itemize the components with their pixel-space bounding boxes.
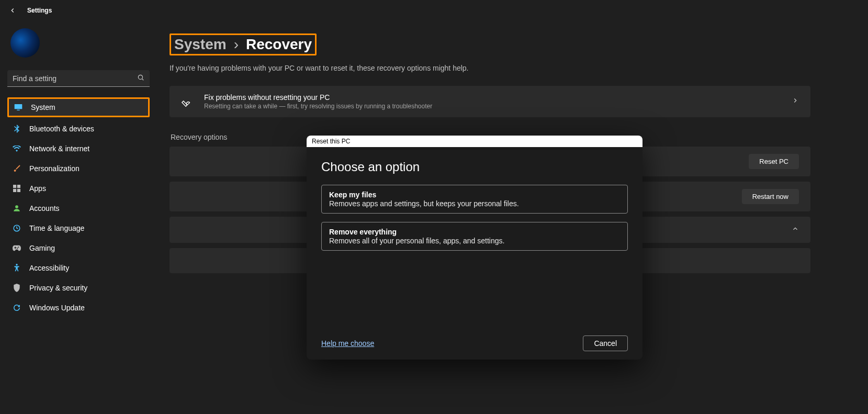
- svg-point-0: [138, 75, 142, 79]
- sidebar-item-label: Apps: [29, 184, 144, 193]
- sidebar-item-personalization[interactable]: Personalization: [7, 160, 150, 177]
- svg-point-9: [16, 264, 17, 265]
- dialog-titlebar: Reset this PC: [307, 136, 642, 147]
- svg-rect-1: [15, 104, 22, 109]
- update-icon: [13, 304, 21, 312]
- option-title: Remove everything: [329, 228, 620, 236]
- sidebar-item-label: Personalization: [29, 164, 144, 173]
- sidebar-item-label: System: [31, 103, 143, 111]
- troubleshoot-card[interactable]: Fix problems without resetting your PC R…: [170, 86, 810, 117]
- sidebar-item-label: Windows Update: [29, 304, 144, 312]
- clock-icon: [13, 224, 21, 232]
- sidebar-item-gaming[interactable]: Gaming: [7, 240, 150, 256]
- svg-rect-6: [17, 189, 20, 192]
- chevron-right-icon: ›: [234, 36, 239, 53]
- option-desc: Removes apps and settings, but keeps you…: [329, 199, 620, 208]
- svg-rect-2: [17, 110, 19, 110]
- shield-icon: [13, 284, 21, 292]
- accessibility-icon: [13, 264, 21, 272]
- sidebar-item-apps[interactable]: Apps: [7, 180, 150, 197]
- sidebar-item-label: Privacy & security: [29, 284, 144, 292]
- sidebar: System Bluetooth & devices Network & int…: [0, 21, 157, 414]
- sidebar-item-accounts[interactable]: Accounts: [7, 200, 150, 217]
- bluetooth-icon: [13, 125, 21, 133]
- reset-icon: [181, 156, 193, 167]
- display-icon: [14, 103, 22, 111]
- restart-now-button[interactable]: Restart now: [742, 189, 799, 204]
- breadcrumb: System › Recovery: [170, 33, 317, 55]
- breadcrumb-current: Recovery: [246, 36, 312, 53]
- card-desc: Resetting can take a while — first, try …: [204, 103, 780, 110]
- paintbrush-icon: [13, 164, 21, 173]
- sidebar-item-accessibility[interactable]: Accessibility: [7, 260, 150, 276]
- svg-rect-4: [17, 185, 20, 188]
- gamepad-icon: [13, 244, 21, 252]
- dialog-heading: Choose an option: [321, 160, 628, 174]
- search-icon: [137, 74, 144, 83]
- svg-point-7: [15, 205, 18, 208]
- sidebar-item-label: Bluetooth & devices: [29, 125, 144, 133]
- sidebar-item-windows-update[interactable]: Windows Update: [7, 299, 150, 316]
- person-icon: [13, 204, 21, 212]
- search-field-wrap: [7, 70, 150, 87]
- sidebar-item-system[interactable]: System: [7, 97, 150, 117]
- cancel-button[interactable]: Cancel: [583, 335, 628, 351]
- svg-rect-3: [13, 185, 16, 188]
- help-me-choose-link[interactable]: Help me choose: [321, 339, 374, 348]
- back-button[interactable]: [8, 6, 17, 15]
- chevron-up-icon: [792, 225, 799, 234]
- apps-icon: [13, 184, 21, 193]
- sidebar-item-label: Accounts: [29, 204, 144, 212]
- option-title: Keep my files: [329, 191, 620, 199]
- sidebar-item-privacy[interactable]: Privacy & security: [7, 279, 150, 296]
- sidebar-item-time-language[interactable]: Time & language: [7, 220, 150, 237]
- sidebar-item-network[interactable]: Network & internet: [7, 140, 150, 157]
- option-keep-my-files[interactable]: Keep my files Removes apps and settings,…: [321, 185, 628, 214]
- reset-pc-button[interactable]: Reset PC: [749, 154, 799, 169]
- sidebar-item-label: Accessibility: [29, 264, 144, 272]
- sidebar-item-label: Network & internet: [29, 144, 144, 153]
- page-subtitle: If you're having problems with your PC o…: [170, 64, 810, 72]
- svg-rect-5: [13, 189, 16, 192]
- user-avatar[interactable]: [10, 28, 40, 58]
- option-remove-everything[interactable]: Remove everything Removes all of your pe…: [321, 222, 628, 251]
- wrench-icon: [181, 96, 193, 107]
- restart-icon: [181, 191, 193, 203]
- sidebar-item-label: Time & language: [29, 224, 144, 232]
- card-title: Fix problems without resetting your PC: [204, 93, 780, 102]
- sidebar-item-label: Gaming: [29, 244, 144, 252]
- app-title: Settings: [27, 7, 52, 14]
- reset-pc-dialog: Reset this PC Choose an option Keep my f…: [307, 136, 642, 360]
- option-desc: Removes all of your personal files, apps…: [329, 237, 620, 245]
- sidebar-item-bluetooth[interactable]: Bluetooth & devices: [7, 120, 150, 137]
- search-input[interactable]: [7, 70, 150, 87]
- chevron-right-icon: [792, 97, 799, 106]
- breadcrumb-parent[interactable]: System: [174, 36, 227, 53]
- wifi-icon: [13, 144, 21, 153]
